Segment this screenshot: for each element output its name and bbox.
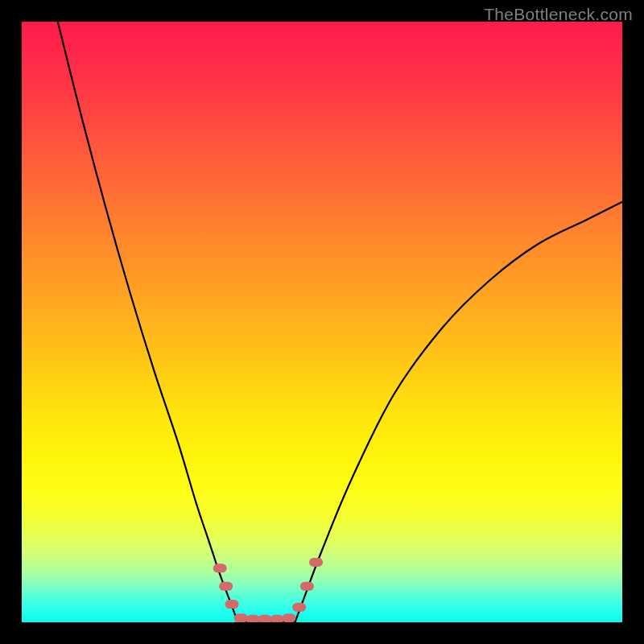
- watermark-label: TheBottleneck.com: [484, 5, 633, 24]
- chart-svg: [22, 22, 622, 622]
- curve-left-branch: [58, 22, 238, 622]
- plot-area: [22, 22, 622, 622]
- curve-right-branch: [295, 202, 622, 622]
- marker-group: [217, 562, 318, 619]
- chart-frame: TheBottleneck.com: [0, 0, 644, 644]
